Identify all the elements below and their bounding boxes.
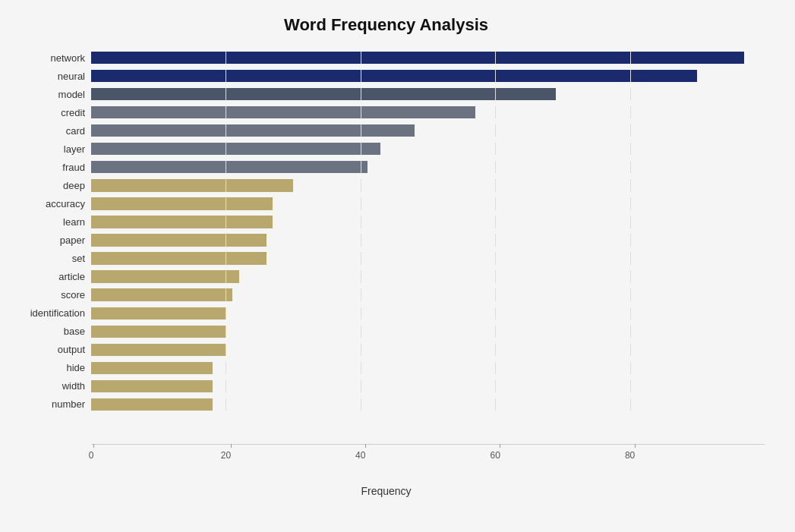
bar-label: card: [8, 125, 85, 137]
bar-label: learn: [8, 216, 85, 228]
bar-label: set: [8, 253, 85, 264]
bar-row: model: [91, 85, 765, 103]
bar-track: [91, 70, 765, 82]
bar-track: [91, 288, 765, 301]
bar-label: neural: [8, 71, 85, 82]
x-axis-label: Frequency: [8, 485, 765, 497]
bar-label: accuracy: [8, 198, 85, 209]
bar-track: [91, 216, 765, 228]
x-tick: 40: [361, 444, 371, 461]
bar-fill: [91, 216, 273, 228]
bar-label: output: [8, 344, 85, 355]
bar-label: layer: [8, 143, 85, 155]
x-tick: 0: [91, 444, 96, 461]
bar-fill: [91, 326, 226, 338]
bar-row: article: [91, 268, 765, 286]
bar-fill: [91, 124, 415, 137]
bar-track: [91, 124, 765, 137]
bar-fill: [91, 380, 213, 392]
bar-track: [91, 398, 765, 411]
bar-row: fraud: [91, 158, 765, 176]
bar-row: credit: [91, 103, 765, 121]
bar-row: base: [91, 323, 765, 341]
bar-track: [91, 179, 765, 191]
bar-row: width: [91, 377, 765, 395]
bar-fill: [91, 270, 239, 282]
bar-label: paper: [8, 235, 85, 246]
bar-label: fraud: [8, 162, 85, 173]
bar-fill: [91, 106, 475, 118]
bar-track: [91, 344, 765, 356]
bar-label: hide: [8, 362, 85, 373]
bar-fill: [91, 88, 556, 100]
bar-track: [91, 106, 765, 118]
bar-fill: [91, 398, 213, 411]
bar-track: [91, 234, 765, 246]
bar-fill: [91, 143, 380, 155]
bar-track: [91, 362, 765, 374]
chart-area: networkneuralmodelcreditcardlayerfraudde…: [8, 49, 765, 414]
bar-fill: [91, 307, 226, 320]
chart-container: Word Frequency Analysis networkneuralmod…: [0, 0, 795, 532]
bar-fill: [91, 252, 267, 264]
bar-label: width: [8, 380, 85, 392]
bar-row: accuracy: [91, 194, 765, 212]
bar-track: [91, 52, 765, 64]
bar-label: deep: [8, 180, 85, 191]
bar-row: network: [91, 49, 765, 67]
bar-row: layer: [91, 140, 765, 158]
bar-label: number: [8, 398, 85, 410]
bar-label: base: [8, 326, 85, 337]
bar-row: paper: [91, 231, 765, 249]
bar-track: [91, 326, 765, 338]
bar-row: identification: [91, 304, 765, 323]
bar-track: [91, 270, 765, 282]
bar-fill: [91, 197, 273, 209]
bar-label: network: [8, 52, 85, 64]
bar-row: hide: [91, 359, 765, 377]
x-tick: 20: [226, 444, 235, 461]
bar-track: [91, 161, 765, 173]
bar-label: identification: [8, 307, 85, 319]
bar-row: neural: [91, 67, 765, 85]
bar-row: learn: [91, 212, 765, 231]
bar-track: [91, 143, 765, 155]
x-tick: 60: [495, 444, 505, 461]
bar-fill: [91, 161, 368, 173]
bar-track: [91, 88, 765, 100]
bar-fill: [91, 234, 267, 246]
bar-label: credit: [8, 107, 85, 118]
bar-fill: [91, 344, 226, 356]
bar-fill: [91, 362, 213, 374]
bar-row: score: [91, 286, 765, 304]
bar-label: model: [8, 89, 85, 100]
bar-row: set: [91, 250, 765, 268]
bar-label: article: [8, 271, 85, 282]
bar-row: number: [91, 395, 765, 414]
bar-fill: [91, 70, 697, 82]
x-axis: 020406080: [91, 444, 765, 474]
bar-fill: [91, 52, 744, 64]
chart-title: Word Frequency Analysis: [8, 15, 765, 35]
bar-row: card: [91, 121, 765, 140]
bar-row: deep: [91, 176, 765, 194]
bar-fill: [91, 288, 232, 301]
bar-fill: [91, 179, 293, 191]
bar-track: [91, 307, 765, 320]
bar-row: output: [91, 341, 765, 359]
x-tick: 80: [630, 444, 640, 461]
bar-track: [91, 380, 765, 392]
bar-track: [91, 252, 765, 264]
bar-label: score: [8, 289, 85, 301]
bar-track: [91, 197, 765, 209]
